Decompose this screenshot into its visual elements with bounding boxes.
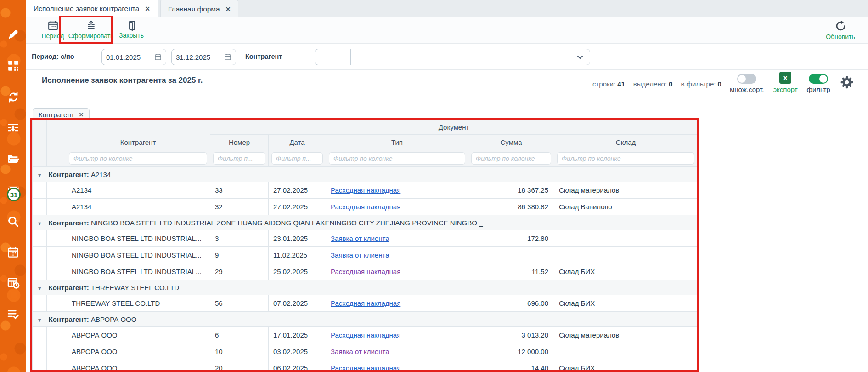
counterparty-code-field[interactable] <box>315 49 351 65</box>
document-type-link[interactable]: Расходная накладная <box>331 331 400 339</box>
period-button[interactable]: Период <box>36 20 69 40</box>
cell-sum: 14.40 <box>468 360 554 372</box>
group-header-row[interactable]: ▼Контрагент: A2134 <box>33 167 698 182</box>
column-header-type[interactable]: Тип <box>326 135 468 150</box>
table-row[interactable]: АВРОРА ООО617.01.2025Расходная накладная… <box>33 327 698 343</box>
calendar-icon[interactable] <box>6 245 20 259</box>
calendar-icon <box>47 20 59 31</box>
sync-icon[interactable] <box>6 90 20 104</box>
document-type-link[interactable]: Заявка от клиента <box>331 235 389 242</box>
cell-expander-spacer <box>33 263 47 280</box>
chevron-down-icon <box>577 55 583 59</box>
column-filter-number[interactable] <box>213 152 265 165</box>
table-row[interactable]: NINGBO BOA STEEL LTD INDUSTRIAL...911.02… <box>33 247 698 263</box>
folder-open-icon[interactable] <box>6 152 20 166</box>
selected-count: выделено:0 <box>633 80 673 88</box>
cell-sum: 12 000.00 <box>468 343 554 360</box>
column-header-date[interactable]: Дата <box>269 135 326 150</box>
group-header-row[interactable]: ▼Контрагент: АВРОРА ООО <box>33 312 698 327</box>
document-type-link[interactable]: Расходная накладная <box>331 203 400 211</box>
column-group-header-document: Документ <box>210 120 698 135</box>
cell-select-spacer <box>47 360 66 372</box>
group-expander[interactable]: ▼ <box>33 280 47 295</box>
tasks-checklist-icon[interactable] <box>6 307 20 320</box>
cell-sum: 86 380.82 <box>468 199 554 215</box>
date-to-input[interactable]: 31.12.2025 <box>171 49 236 65</box>
group-label: Контрагент: АВРОРА ООО <box>47 312 698 327</box>
group-expander[interactable]: ▼ <box>33 215 47 230</box>
tab-label: Исполнение заявок контрагента <box>34 5 139 13</box>
document-type-link[interactable]: Расходная накладная <box>331 268 400 275</box>
generate-button[interactable]: Сформировать <box>66 20 116 40</box>
cell-counterparty: АВРОРА ООО <box>66 343 210 360</box>
cell-document-type: Расходная накладная <box>326 360 468 372</box>
column-header-warehouse[interactable]: Склад <box>554 135 698 150</box>
document-type-link[interactable]: Заявка от клиента <box>331 348 389 355</box>
report-schedule-icon[interactable] <box>6 276 20 290</box>
group-expander[interactable]: ▼ <box>33 312 47 327</box>
tab-bar: Исполнение заявок контрагента ✕ Главная … <box>26 0 868 17</box>
table-row[interactable]: АВРОРА ООО2006.02.2025Расходная накладна… <box>33 360 698 372</box>
cell-counterparty: NINGBO BOA STEEL LTD INDUSTRIAL... <box>66 263 210 280</box>
cell-warehouse: Склад БИХ <box>554 295 698 312</box>
group-expander[interactable]: ▼ <box>33 167 47 182</box>
tab-main-form[interactable]: Главная форма ✕ <box>160 0 238 17</box>
cell-document-type: Заявка от клиента <box>326 343 468 360</box>
column-filter-counterparty[interactable] <box>69 152 207 165</box>
qr-code-icon[interactable] <box>6 59 20 73</box>
column-header-counterparty[interactable]: Контрагент <box>66 120 210 150</box>
multisort-toggle[interactable]: множ.сорт. <box>730 74 764 93</box>
cell-counterparty: THREEWAY STEEL CO.LTD <box>66 295 210 312</box>
counterparty-select[interactable] <box>315 49 590 65</box>
cell-expander-spacer <box>33 247 47 263</box>
pencil-icon[interactable] <box>6 28 20 41</box>
table-row[interactable]: NINGBO BOA STEEL LTD INDUSTRIAL...2925.0… <box>33 263 698 280</box>
filter-toggle[interactable]: фильтр <box>807 74 830 93</box>
refresh-button[interactable]: Обновить <box>823 20 858 40</box>
table-row[interactable]: A21343327.02.2025Расходная накладная18 3… <box>33 182 698 199</box>
calendar-icon[interactable] <box>224 53 231 61</box>
calendar-icon[interactable] <box>154 53 162 61</box>
tab-counterparty-report[interactable]: Исполнение заявок контрагента ✕ <box>26 0 158 17</box>
table-row[interactable]: A21343227.02.2025Расходная накладная86 3… <box>33 199 698 215</box>
report-content: Исполнение заявок контрагента за 2025 г.… <box>26 70 868 372</box>
column-filter-sum[interactable] <box>471 152 551 165</box>
column-header-number[interactable]: Номер <box>210 135 269 150</box>
rows-count: строки:41 <box>592 80 625 88</box>
table-row[interactable]: THREEWAY STEEL CO.LTD5607.02.2025Расходн… <box>33 295 698 312</box>
toggle-off-icon[interactable] <box>737 74 756 84</box>
paste-document-icon[interactable] <box>6 121 20 135</box>
toolbar: Период Сформировать Закрыть Обновить <box>26 17 868 44</box>
close-button[interactable]: Закрыть <box>116 20 147 39</box>
cell-expander-spacer <box>33 295 47 312</box>
cell-date: 17.01.2025 <box>269 327 326 343</box>
column-header-sum[interactable]: Сумма <box>468 135 554 150</box>
collapse-triangle-icon: ▼ <box>37 317 42 323</box>
column-filter-date[interactable] <box>271 152 323 165</box>
tab-close-icon[interactable]: ✕ <box>145 5 150 12</box>
cell-warehouse: Склад БИХ <box>554 263 698 280</box>
cell-select-spacer <box>47 247 66 263</box>
table-row[interactable]: АВРОРА ООО1003.02.2025Заявка от клиента1… <box>33 343 698 360</box>
column-filter-warehouse[interactable] <box>557 152 694 165</box>
group-header-row[interactable]: ▼Контрагент: THREEWAY STEEL CO.LTD <box>33 280 698 295</box>
settings-button[interactable] <box>840 75 854 93</box>
search-icon[interactable] <box>6 214 20 228</box>
column-header-select <box>47 120 66 167</box>
chip-remove-icon[interactable]: ✕ <box>79 111 84 118</box>
tab-close-icon[interactable]: ✕ <box>225 6 231 13</box>
cell-date: 23.01.2025 <box>269 230 326 247</box>
toggle-on-icon[interactable] <box>809 74 828 84</box>
document-type-link[interactable]: Расходная накладная <box>331 364 400 372</box>
document-type-link[interactable]: Расходная накладная <box>331 299 400 307</box>
cell-select-spacer <box>47 182 66 199</box>
group-header-row[interactable]: ▼Контрагент: NINGBO BOA STEEL LTD INDUST… <box>33 215 698 230</box>
export-excel-button[interactable]: X экспорт <box>773 72 797 93</box>
date-from-input[interactable]: 01.01.2025 <box>101 49 166 65</box>
document-type-link[interactable]: Расходная накладная <box>331 186 400 194</box>
cell-date: 07.02.2025 <box>269 295 326 312</box>
table-row[interactable]: NINGBO BOA STEEL LTD INDUSTRIAL...323.01… <box>33 230 698 247</box>
document-type-link[interactable]: Заявка от клиента <box>331 251 389 259</box>
group-label: Контрагент: NINGBO BOA STEEL LTD INDUSTR… <box>47 215 698 230</box>
column-filter-type[interactable] <box>329 152 465 165</box>
